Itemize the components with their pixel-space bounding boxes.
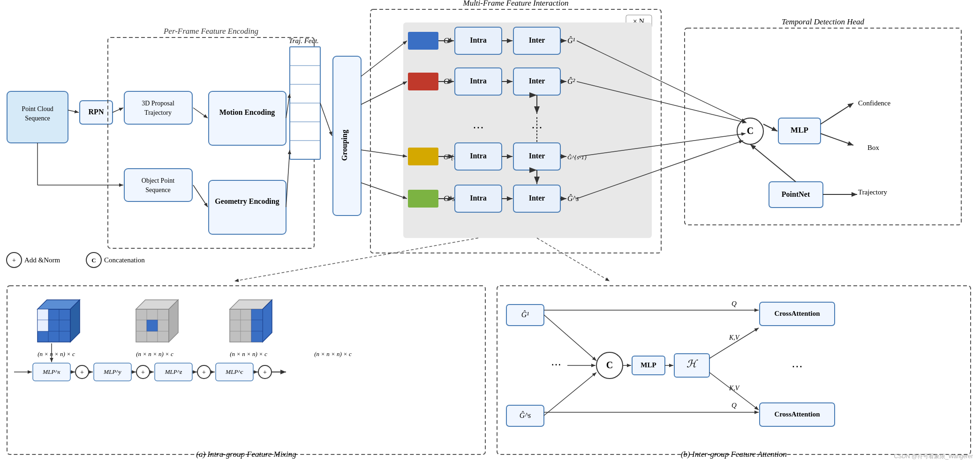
- svg-line-105: [320, 103, 332, 136]
- svg-rect-31: [370, 9, 661, 253]
- svg-rect-43: [408, 73, 438, 90]
- svg-text:Q: Q: [731, 402, 737, 409]
- svg-line-93: [821, 103, 853, 124]
- svg-text:(b) Inter-group Feature Attent: (b) Inter-group Feature Attention: [681, 450, 787, 459]
- svg-text:⋯: ⋯: [792, 360, 803, 372]
- svg-line-108: [193, 108, 208, 118]
- svg-rect-81: [685, 28, 961, 225]
- svg-line-110: [113, 108, 123, 112]
- svg-line-209: [709, 372, 759, 410]
- svg-line-94: [821, 134, 853, 145]
- svg-text:RPN: RPN: [89, 108, 104, 116]
- svg-text:Intra: Intra: [470, 36, 487, 44]
- svg-text:+: +: [202, 369, 206, 376]
- svg-text:G^{s-1}: G^{s-1}: [444, 154, 465, 161]
- svg-rect-29: [333, 56, 361, 216]
- svg-text:MLP^c: MLP^c: [225, 368, 243, 375]
- svg-rect-18: [209, 91, 286, 145]
- svg-rect-45: [455, 68, 502, 95]
- svg-text:× N: × N: [633, 17, 645, 25]
- svg-text:Sequence: Sequence: [145, 186, 171, 193]
- svg-point-167: [197, 365, 211, 379]
- svg-rect-143: [230, 309, 263, 342]
- svg-marker-137: [169, 300, 178, 342]
- svg-text:G^s: G^s: [444, 194, 455, 202]
- svg-text:Intra: Intra: [470, 152, 487, 160]
- svg-text:Ĝ^{s-1}: Ĝ^{s-1}: [567, 154, 587, 161]
- svg-line-102: [361, 82, 407, 104]
- svg-rect-16: [108, 37, 314, 248]
- svg-text:MLP^y: MLP^y: [103, 368, 121, 375]
- svg-point-187: [596, 352, 623, 379]
- svg-text:CrossAttention: CrossAttention: [774, 410, 820, 418]
- svg-point-163: [136, 365, 150, 379]
- svg-marker-145: [263, 300, 272, 342]
- svg-line-114: [234, 238, 478, 281]
- svg-rect-35: [403, 22, 652, 238]
- svg-text:+: +: [141, 369, 145, 376]
- svg-text:MLP: MLP: [641, 361, 656, 369]
- svg-text:Object Point: Object Point: [142, 177, 174, 184]
- svg-rect-150: [251, 309, 263, 320]
- svg-text:(n × n × n) × c: (n × n × n) × c: [314, 350, 352, 357]
- svg-text:C: C: [747, 126, 754, 136]
- svg-rect-135: [136, 309, 169, 342]
- svg-rect-59: [408, 190, 438, 208]
- svg-text:⋯: ⋯: [551, 358, 561, 370]
- svg-text:+: +: [263, 369, 267, 376]
- svg-line-106: [286, 94, 290, 118]
- svg-rect-5: [7, 91, 68, 143]
- svg-rect-133: [38, 309, 48, 320]
- svg-rect-23: [290, 47, 320, 159]
- svg-rect-185: [506, 405, 544, 426]
- svg-rect-169: [216, 363, 253, 381]
- svg-line-111: [68, 110, 79, 112]
- svg-point-116: [7, 253, 22, 268]
- svg-line-101: [361, 41, 407, 76]
- svg-text:CrossAttention: CrossAttention: [774, 310, 820, 317]
- svg-line-100: [577, 141, 743, 199]
- svg-text:(a) Intra-group Feature Mixing: (a) Intra-group Feature Mixing: [196, 450, 296, 459]
- svg-text:Concatenation: Concatenation: [104, 256, 145, 264]
- svg-marker-136: [136, 300, 178, 309]
- svg-text:ℋ: ℋ: [686, 358, 698, 370]
- svg-text:Ĝ^s: Ĝ^s: [567, 194, 579, 202]
- svg-text:CSDN @符号看象限_Wangerer: CSDN @符号看象限_Wangerer: [894, 453, 973, 460]
- svg-line-115: [537, 238, 610, 281]
- svg-text:3D Proposal: 3D Proposal: [142, 100, 174, 107]
- svg-text:⋯: ⋯: [531, 121, 543, 134]
- svg-line-96: [750, 144, 796, 182]
- svg-rect-126: [38, 309, 70, 342]
- svg-text:MLP^x: MLP^x: [42, 368, 60, 375]
- svg-line-107: [286, 150, 290, 207]
- svg-text:Intra: Intra: [470, 194, 487, 202]
- svg-point-119: [86, 253, 101, 268]
- svg-text:+: +: [80, 369, 84, 376]
- svg-text:Grouping: Grouping: [340, 130, 349, 161]
- svg-rect-52: [408, 148, 438, 165]
- svg-text:MLP: MLP: [791, 126, 808, 134]
- svg-rect-191: [674, 354, 709, 377]
- svg-rect-38: [455, 27, 502, 54]
- svg-rect-13: [124, 169, 192, 201]
- svg-text:Multi-Frame Feature Interactio: Multi-Frame Feature Interaction: [462, 0, 568, 7]
- svg-text:Ĝ¹: Ĝ¹: [567, 36, 575, 45]
- svg-point-171: [258, 365, 271, 379]
- svg-rect-54: [455, 143, 502, 170]
- svg-rect-134: [38, 320, 48, 331]
- svg-line-202: [544, 315, 596, 361]
- svg-text:Intra: Intra: [470, 77, 487, 85]
- svg-marker-128: [70, 300, 80, 342]
- svg-rect-183: [506, 305, 544, 326]
- svg-text:C: C: [606, 360, 613, 370]
- svg-rect-123: [497, 286, 971, 454]
- svg-text:Q: Q: [731, 300, 737, 307]
- svg-rect-40: [513, 27, 560, 54]
- svg-rect-189: [632, 356, 665, 375]
- svg-text:MLP^z: MLP^z: [165, 368, 182, 375]
- svg-line-97: [577, 41, 746, 122]
- svg-rect-63: [513, 185, 560, 212]
- svg-text:(n × n × n) × c: (n × n × n) × c: [230, 350, 267, 357]
- main-container: Point Cloud Sequence RPN 3D Proposal Tra…: [0, 0, 980, 461]
- svg-text:⋯: ⋯: [473, 121, 484, 134]
